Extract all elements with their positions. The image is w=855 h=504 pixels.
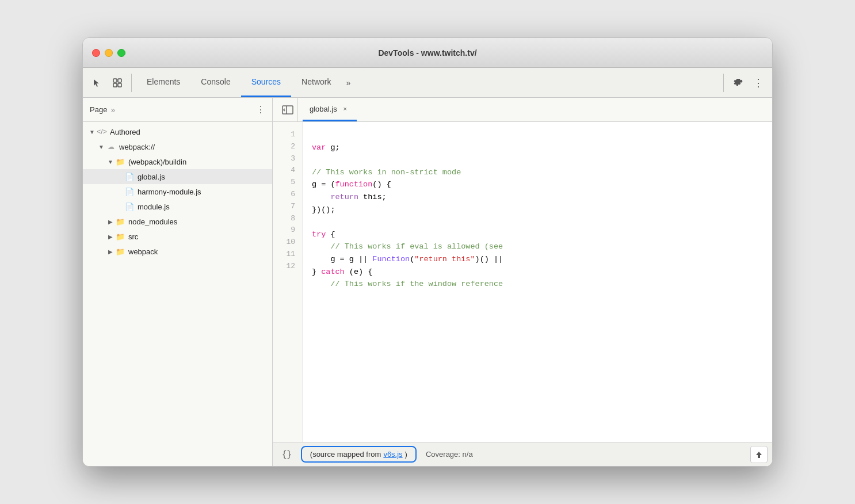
navigator-icon[interactable] <box>277 98 298 121</box>
src-label: src <box>128 232 138 241</box>
line-numbers: 1 2 3 4 5 6 7 8 9 10 11 12 <box>273 122 303 442</box>
tree-item-module-js[interactable]: ▶ 📄 module.js <box>83 199 272 214</box>
code-panel: global.js × 1 2 3 4 5 6 7 8 9 10 11 1 <box>273 98 772 466</box>
more-options-icon[interactable]: ⋮ <box>749 74 768 92</box>
tree-item-webpack-dir[interactable]: ▶ 📁 webpack <box>83 244 272 259</box>
authored-code-icon: </> <box>97 127 107 137</box>
tree-item-harmony-module[interactable]: ▶ 📄 harmony-module.js <box>83 184 272 199</box>
webpack-arrow: ▼ <box>97 142 106 151</box>
code-editor[interactable]: 1 2 3 4 5 6 7 8 9 10 11 12 var g; // Thi… <box>273 122 772 442</box>
harmony-file-icon: 📄 <box>124 186 135 197</box>
sidebar-header: Page » ⋮ <box>83 98 272 122</box>
line-num-6: 6 <box>273 189 302 201</box>
svg-marker-6 <box>756 452 762 458</box>
harmony-label: harmony-module.js <box>138 188 201 196</box>
webpack-dir-arrow: ▶ <box>106 247 115 256</box>
node-modules-label: node_modules <box>128 217 177 226</box>
tree-item-webpack-buildin[interactable]: ▼ 📁 (webpack)/buildin <box>83 154 272 169</box>
line-num-11: 11 <box>273 249 302 261</box>
buildin-label: (webpack)/buildin <box>128 158 186 166</box>
line-num-2: 2 <box>273 141 302 153</box>
svg-rect-2 <box>113 83 117 87</box>
source-map-suffix: ) <box>405 450 407 459</box>
line-num-4: 4 <box>273 165 302 177</box>
tree-item-authored[interactable]: ▼ </> Authored <box>83 124 272 139</box>
sidebar-page-label: Page <box>90 105 107 114</box>
close-button[interactable] <box>92 49 100 57</box>
status-bar: {} (source mapped from v6s.js) Coverage:… <box>273 442 772 466</box>
toolbar-right: ⋮ <box>723 74 768 92</box>
buildin-folder-icon: 📁 <box>115 156 125 167</box>
code-tab-close[interactable]: × <box>341 104 350 113</box>
upload-button[interactable] <box>750 446 768 463</box>
tab-elements[interactable]: Elements <box>136 68 190 97</box>
sidebar-more-chevron[interactable]: » <box>110 105 115 114</box>
minimize-button[interactable] <box>105 49 113 57</box>
code-tab-global-js[interactable]: global.js × <box>303 98 357 121</box>
node-modules-folder-icon: 📁 <box>115 216 125 227</box>
line-num-8: 8 <box>273 213 302 225</box>
coverage-label: Coverage: n/a <box>426 450 473 459</box>
cursor-icon[interactable] <box>87 74 106 92</box>
source-map-prefix: (source mapped from <box>310 450 381 459</box>
tree-item-global-js[interactable]: ▶ 📄 global.js <box>83 169 272 184</box>
tree-item-webpack[interactable]: ▼ ☁ webpack:// <box>83 139 272 154</box>
line-num-7: 7 <box>273 201 302 213</box>
code-content[interactable]: var g; // This works in non-strict mode … <box>303 122 772 442</box>
line-num-10: 10 <box>273 236 302 249</box>
global-js-file-icon: 📄 <box>124 171 135 182</box>
code-tabs: global.js × <box>273 98 772 122</box>
webpack-dir-label: webpack <box>128 247 158 256</box>
sidebar-tree: ▼ </> Authored ▼ ☁ webpack:// ▼ 📁 (webpa… <box>83 122 272 466</box>
svg-rect-3 <box>118 83 121 87</box>
module-js-label: module.js <box>138 203 170 211</box>
svg-rect-1 <box>118 79 121 82</box>
more-tabs-button[interactable]: » <box>341 68 355 97</box>
authored-label: Authored <box>110 128 140 136</box>
settings-icon[interactable] <box>728 74 747 92</box>
title-bar: DevTools - www.twitch.tv/ <box>83 38 772 68</box>
traffic-lights <box>92 49 125 57</box>
line-num-3: 3 <box>273 153 302 165</box>
code-tab-filename: global.js <box>310 105 337 113</box>
status-bar-right <box>750 446 768 463</box>
src-arrow: ▶ <box>106 232 115 241</box>
main-content: Page » ⋮ ▼ </> Authored ▼ ☁ webpack:// <box>83 98 772 466</box>
source-map-link[interactable]: v6s.js <box>383 450 402 459</box>
sidebar-menu-button[interactable]: ⋮ <box>256 104 265 115</box>
devtools-window: DevTools - www.twitch.tv/ Elements <box>82 37 773 467</box>
node-modules-arrow: ▶ <box>106 217 115 226</box>
tab-sources[interactable]: Sources <box>241 68 291 97</box>
layers-icon[interactable] <box>108 74 127 92</box>
authored-arrow: ▼ <box>87 127 97 136</box>
window-title: DevTools - www.twitch.tv/ <box>378 48 476 58</box>
tab-network[interactable]: Network <box>291 68 341 97</box>
line-num-5: 5 <box>273 177 302 189</box>
pretty-print-button[interactable]: {} <box>277 448 296 461</box>
webpack-dir-folder-icon: 📁 <box>115 246 125 257</box>
global-js-label: global.js <box>138 173 165 181</box>
source-map-badge[interactable]: (source mapped from v6s.js) <box>301 446 417 463</box>
line-num-12: 12 <box>273 261 302 273</box>
toolbar: Elements Console Sources Network » ⋮ <box>83 68 772 98</box>
toolbar-tabs: Elements Console Sources Network » <box>136 68 721 97</box>
toolbar-left <box>87 74 132 92</box>
tree-item-src[interactable]: ▶ 📁 src <box>83 229 272 244</box>
tree-item-node-modules[interactable]: ▶ 📁 node_modules <box>83 214 272 229</box>
webpack-cloud-icon: ☁ <box>106 142 116 152</box>
webpack-label: webpack:// <box>119 143 155 151</box>
sidebar: Page » ⋮ ▼ </> Authored ▼ ☁ webpack:// <box>83 98 273 466</box>
buildin-arrow: ▼ <box>106 157 115 166</box>
module-js-file-icon: 📄 <box>124 201 135 212</box>
maximize-button[interactable] <box>117 49 125 57</box>
line-num-9: 9 <box>273 224 302 236</box>
svg-rect-0 <box>113 79 117 82</box>
src-folder-icon: 📁 <box>115 231 125 242</box>
tab-console[interactable]: Console <box>190 68 241 97</box>
line-num-1: 1 <box>273 129 302 141</box>
